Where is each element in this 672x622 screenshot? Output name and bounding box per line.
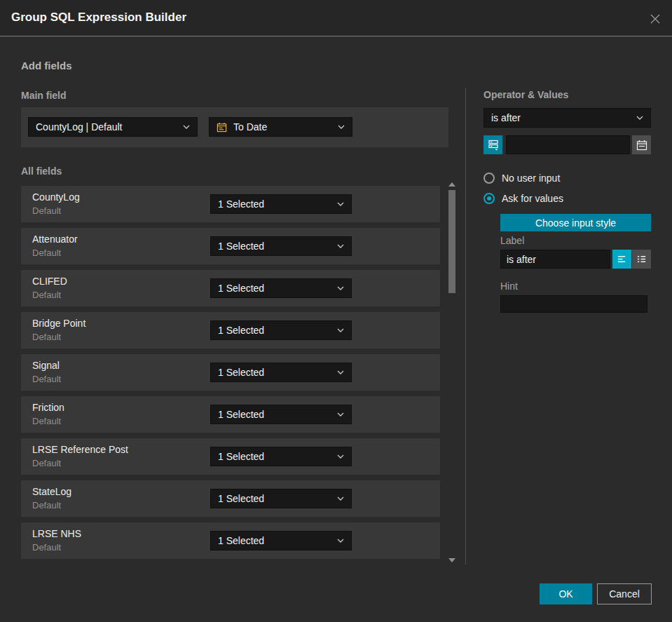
- operator-select[interactable]: is after: [484, 108, 651, 128]
- field-name: Attenuator: [32, 234, 78, 245]
- chevron-down-icon: [636, 116, 643, 120]
- field-selection-value: 1 Selected: [218, 535, 264, 546]
- value-list-toggle-button[interactable]: [484, 135, 502, 154]
- field-name: Friction: [32, 402, 64, 413]
- field-name: Bridge Point: [32, 318, 85, 329]
- chevron-down-icon: [337, 286, 344, 290]
- add-fields-heading: Add fields: [21, 60, 72, 72]
- field-selection-dropdown[interactable]: 1 Selected: [210, 194, 352, 214]
- operator-values-heading: Operator & Values: [484, 89, 568, 100]
- field-type: Default: [32, 205, 61, 216]
- label-input-row: [500, 250, 651, 269]
- cancel-button[interactable]: Cancel: [597, 583, 652, 604]
- close-icon[interactable]: [647, 11, 663, 27]
- field-selection-value: 1 Selected: [218, 325, 264, 336]
- chevron-down-icon: [337, 328, 344, 332]
- field-selection-value: 1 Selected: [218, 451, 264, 462]
- field-selection-dropdown[interactable]: 1 Selected: [210, 320, 352, 340]
- dialog-title: Group SQL Expression Builder: [11, 11, 186, 25]
- main-field-select-value: CountyLog | Default: [36, 121, 123, 133]
- scroll-down-arrow-icon[interactable]: [448, 558, 455, 562]
- field-selection-value: 1 Selected: [218, 241, 264, 252]
- hint-input[interactable]: [500, 295, 647, 313]
- calendar-icon: [217, 122, 227, 133]
- field-selection-value: 1 Selected: [218, 198, 264, 210]
- field-selection-dropdown[interactable]: 1 Selected: [210, 363, 352, 382]
- panel-divider: [465, 88, 466, 564]
- chevron-down-icon: [337, 412, 344, 417]
- main-field-label: Main field: [21, 90, 67, 101]
- chevron-down-icon: [337, 202, 344, 206]
- field-row: Attenuator Default 1 Selected: [21, 228, 440, 264]
- field-type: Default: [32, 290, 61, 300]
- main-field-date-select[interactable]: To Date: [209, 117, 352, 137]
- field-row: Friction Default 1 Selected: [21, 396, 440, 433]
- field-type: Default: [32, 374, 61, 384]
- field-row: CLIFED Default 1 Selected: [21, 270, 440, 306]
- choose-input-style-button[interactable]: Choose input style: [500, 214, 651, 231]
- field-name: CountyLog: [32, 191, 80, 203]
- field-selection-value: 1 Selected: [218, 367, 264, 378]
- field-type: Default: [32, 332, 61, 342]
- radio-selected-icon: [484, 193, 495, 204]
- main-field-panel: CountyLog | Default To Date: [21, 107, 448, 147]
- chevron-down-icon: [338, 125, 345, 129]
- field-row: Signal Default 1 Selected: [21, 354, 440, 391]
- stacked-list-icon: [488, 139, 499, 151]
- field-type: Default: [32, 416, 61, 426]
- list-scrollbar[interactable]: [446, 181, 457, 564]
- field-row: CountyLog Default 1 Selected: [21, 186, 440, 222]
- field-name: StateLog: [32, 486, 71, 497]
- label-input[interactable]: [500, 250, 610, 269]
- chevron-down-icon: [337, 496, 344, 501]
- calendar-icon: [636, 140, 647, 151]
- radio-ask-for-values[interactable]: Ask for values: [484, 193, 563, 204]
- field-row: Bridge Point Default 1 Selected: [21, 312, 440, 349]
- field-type: Default: [32, 542, 61, 553]
- bullet-list-icon: [636, 254, 647, 264]
- ok-button[interactable]: OK: [540, 583, 592, 604]
- align-left-icon: [617, 254, 627, 264]
- field-selection-dropdown[interactable]: 1 Selected: [210, 236, 352, 256]
- field-selection-value: 1 Selected: [218, 283, 264, 294]
- value-input-row: [484, 135, 651, 154]
- single-value-style-button[interactable]: [612, 250, 631, 269]
- field-selection-dropdown[interactable]: 1 Selected: [210, 405, 352, 424]
- field-selection-value: 1 Selected: [218, 493, 264, 504]
- radio-unselected-icon: [484, 173, 495, 184]
- chevron-down-icon: [337, 244, 344, 248]
- radio-ask-for-values-label: Ask for values: [502, 193, 563, 204]
- field-name: Signal: [32, 360, 60, 371]
- chevron-down-icon: [337, 370, 344, 374]
- scroll-up-arrow-icon[interactable]: [448, 182, 455, 187]
- field-type: Default: [32, 458, 61, 468]
- chevron-down-icon: [337, 454, 344, 459]
- dialog-titlebar: Group SQL Expression Builder: [0, 0, 672, 36]
- field-type: Default: [32, 248, 61, 258]
- field-selection-dropdown[interactable]: 1 Selected: [210, 531, 352, 550]
- operator-select-value: is after: [491, 112, 521, 123]
- list-style-button[interactable]: [632, 250, 651, 269]
- all-fields-label: All fields: [21, 165, 62, 177]
- radio-no-user-input-label: No user input: [502, 173, 560, 184]
- date-picker-button[interactable]: [632, 135, 651, 154]
- chevron-down-icon: [337, 539, 344, 543]
- field-selection-value: 1 Selected: [218, 409, 264, 420]
- field-selection-dropdown[interactable]: 1 Selected: [210, 489, 352, 508]
- field-selection-dropdown[interactable]: 1 Selected: [210, 278, 352, 298]
- field-name: CLIFED: [32, 276, 67, 287]
- scrollbar-thumb[interactable]: [448, 190, 455, 293]
- value-input[interactable]: [506, 135, 630, 154]
- hint-caption: Hint: [500, 280, 518, 292]
- field-selection-dropdown[interactable]: 1 Selected: [210, 447, 352, 466]
- main-field-date-value: To Date: [233, 121, 267, 133]
- field-row: LRSE Reference Post Default 1 Selected: [21, 438, 440, 475]
- label-caption: Label: [500, 235, 524, 246]
- main-field-select[interactable]: CountyLog | Default: [28, 117, 198, 137]
- field-row: LRSE NHS Default 1 Selected: [21, 522, 440, 559]
- field-row: StateLog Default 1 Selected: [21, 480, 440, 517]
- radio-no-user-input[interactable]: No user input: [484, 173, 560, 184]
- field-name: LRSE Reference Post: [32, 444, 128, 455]
- field-name: LRSE NHS: [32, 528, 81, 539]
- chevron-down-icon: [183, 125, 190, 129]
